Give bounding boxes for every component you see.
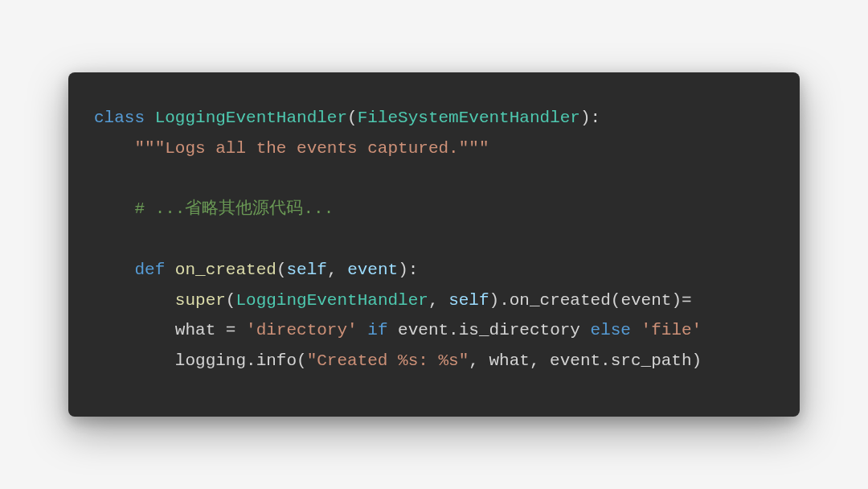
string-format: "Created %s: %s" — [307, 351, 469, 370]
string-directory: 'directory' — [246, 321, 358, 339]
base-class: FileSystemEventHandler — [358, 109, 580, 127]
keyword-def: def — [134, 261, 165, 279]
super-call: super — [175, 291, 226, 310]
docstring: """Logs all the events captured.""" — [134, 139, 489, 158]
code-block: class LoggingEventHandler(FileSystemEven… — [68, 72, 800, 417]
super-self: self — [448, 291, 489, 310]
super-class: LoggingEventHandler — [235, 291, 428, 310]
code-line-7: logging.info("Created %s: %s", what, eve… — [94, 351, 702, 370]
param-self: self — [286, 261, 326, 279]
keyword-if: if — [367, 321, 387, 339]
code-line-2: """Logs all the events captured.""" — [94, 139, 489, 158]
function-name: on_created — [175, 261, 276, 279]
code-line-1: class LoggingEventHandler(FileSystemEven… — [94, 109, 600, 127]
keyword-class: class — [94, 109, 145, 127]
keyword-else: else — [591, 321, 631, 339]
code-line-3: # ...省略其他源代码... — [94, 199, 334, 218]
class-name: LoggingEventHandler — [155, 109, 347, 127]
comment: # ...省略其他源代码... — [134, 199, 334, 218]
code-line-4: def on_created(self, event): — [94, 261, 418, 279]
code-line-6: what = 'directory' if event.is_directory… — [94, 321, 702, 339]
code-line-5: super(LoggingEventHandler, self).on_crea… — [94, 291, 692, 310]
param-event: event — [347, 261, 398, 279]
string-file: 'file' — [641, 321, 702, 339]
